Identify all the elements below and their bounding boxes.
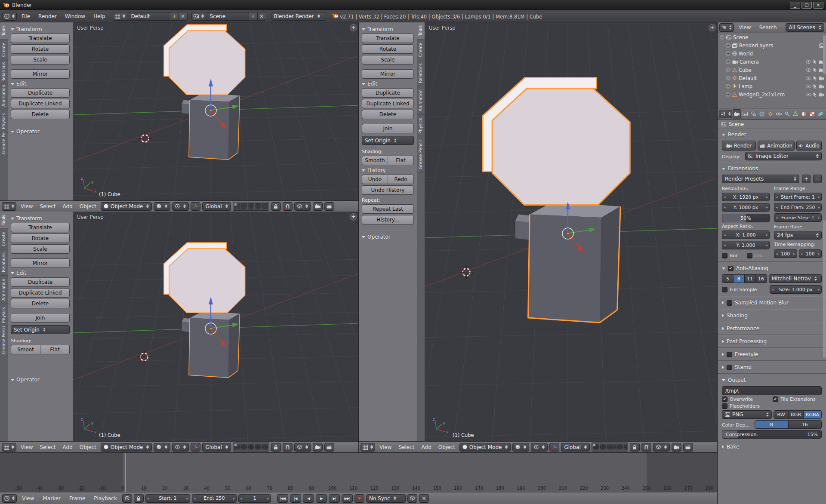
panel-header-history[interactable]: History bbox=[362, 167, 414, 173]
render-still-button[interactable] bbox=[672, 443, 681, 452]
properties-tab-world[interactable] bbox=[758, 109, 766, 119]
render-animation-button[interactable] bbox=[683, 443, 693, 452]
timeline-menu-view[interactable]: View bbox=[18, 495, 37, 502]
properties-tab-data[interactable] bbox=[792, 109, 800, 119]
sync-mode-select[interactable]: No Sync bbox=[366, 494, 406, 503]
render-audio-button[interactable]: Audio bbox=[796, 141, 822, 151]
undo-button[interactable]: Undo bbox=[362, 175, 388, 184]
scene-browse-button[interactable] bbox=[191, 12, 206, 21]
render-animation-button[interactable] bbox=[324, 443, 334, 452]
start-frame-field[interactable]: ◂Start Frame: 1▸ bbox=[774, 193, 822, 201]
tool-translate-button[interactable]: Translate bbox=[11, 223, 70, 232]
expand-toggle[interactable]: + bbox=[726, 92, 730, 97]
viewport-menu-object[interactable]: Object bbox=[436, 443, 458, 451]
panel-header-edit[interactable]: Edit bbox=[362, 81, 414, 87]
next-keyframe-button[interactable]: ▶| bbox=[329, 494, 340, 503]
prev-keyframe-button[interactable]: |◀ bbox=[290, 494, 301, 503]
properties-tab-render[interactable] bbox=[733, 109, 741, 119]
expand-toggle[interactable]: − bbox=[720, 35, 724, 40]
toolshelf-tab-physics[interactable]: Physics bbox=[417, 115, 425, 137]
channel-rgb-button[interactable]: RGB bbox=[789, 410, 804, 419]
toolshelf-tab-animation[interactable]: Animation bbox=[0, 85, 8, 110]
aspect-y-field[interactable]: ◂Y: 1.000▸ bbox=[722, 241, 770, 249]
mode-select[interactable]: Object Mode bbox=[459, 443, 511, 452]
lock-to-scene-button[interactable] bbox=[271, 443, 281, 452]
region-expand-icon[interactable]: + bbox=[350, 213, 357, 221]
anti-aliasing-enable-checkbox[interactable] bbox=[728, 266, 734, 271]
snap-element-select[interactable] bbox=[294, 443, 311, 452]
crop-checkbox[interactable] bbox=[747, 253, 752, 258]
viewport-bottom-left[interactable]: xyzUser Persp(1) Cube+ToolsCreateRelatio… bbox=[0, 212, 359, 452]
remap-new-field[interactable]: ◂100▸ bbox=[799, 249, 822, 258]
tool-delete-button[interactable]: Delete bbox=[11, 299, 70, 308]
outliner-menu-search[interactable]: Search bbox=[755, 24, 780, 31]
viewport-menu-object[interactable]: Object bbox=[77, 443, 99, 451]
set-origin-select[interactable]: Set Origin bbox=[362, 136, 414, 145]
layout-delete-button[interactable]: × bbox=[179, 12, 188, 21]
3d-view-canvas[interactable]: xyzUser Persp(1) Cube+ bbox=[425, 22, 717, 441]
panel-header-freestyle[interactable]: Freestyle bbox=[722, 350, 822, 359]
toolshelf-tab-physics[interactable]: Physics bbox=[0, 110, 8, 132]
properties-tab-physics[interactable] bbox=[817, 109, 825, 119]
panel-header-transform[interactable]: Transform bbox=[11, 215, 70, 221]
file-format-select[interactable]: PNG bbox=[722, 410, 772, 419]
lock-frame-button[interactable] bbox=[134, 494, 144, 503]
snap-element-select[interactable] bbox=[294, 202, 311, 211]
channel-bw-button[interactable]: BW bbox=[774, 410, 789, 419]
shade-smooth-button[interactable]: Smoot bbox=[11, 345, 40, 354]
play-button[interactable]: ▶ bbox=[316, 494, 327, 503]
outliner-scrollbar[interactable] bbox=[823, 35, 826, 74]
toolshelf-tab-grease-pencil[interactable]: Grease Pencil bbox=[417, 137, 425, 173]
panel-header-output[interactable]: Output bbox=[722, 375, 822, 385]
scene-delete-button[interactable]: × bbox=[258, 12, 266, 21]
panel-header-stamp[interactable]: Stamp bbox=[722, 363, 822, 372]
pivot-select[interactable] bbox=[531, 443, 548, 452]
properties-tab-scene[interactable] bbox=[749, 109, 758, 119]
file-extensions-checkbox[interactable] bbox=[773, 396, 778, 402]
auto-record-button[interactable] bbox=[354, 494, 364, 503]
layers-grid[interactable] bbox=[233, 202, 269, 211]
toolshelf-tab-tools[interactable]: Tools bbox=[0, 212, 8, 229]
aa-samples-5-button[interactable]: 5 bbox=[722, 274, 734, 283]
properties-tab-material[interactable] bbox=[800, 109, 808, 119]
viewport-menu-select[interactable]: Select bbox=[37, 443, 58, 451]
frame-rate-select[interactable]: 24 fps bbox=[774, 231, 822, 240]
toolshelf-tab-relations[interactable]: Relations bbox=[0, 249, 8, 276]
region-expand-icon[interactable]: + bbox=[350, 24, 357, 31]
snap-element-select[interactable] bbox=[653, 443, 670, 452]
3d-view-canvas[interactable]: xyzUser Persp(1) Cube+ bbox=[73, 22, 358, 200]
info-editor-button[interactable] bbox=[2, 12, 17, 21]
outliner-editor[interactable]: ViewSearchAll Scenes −Scene+RenderLayers… bbox=[718, 22, 826, 108]
tool-duplicate-linked-button[interactable]: Duplicate Linked bbox=[362, 99, 414, 108]
aspect-x-field[interactable]: ◂X: 1.000▸ bbox=[722, 230, 770, 239]
set-origin-select[interactable]: Set Origin bbox=[11, 325, 70, 334]
viewport-menu-object[interactable]: Object bbox=[77, 203, 99, 210]
scene-name-field[interactable]: Scene bbox=[206, 12, 249, 21]
editor-type-button[interactable] bbox=[2, 494, 17, 503]
toolshelf-tab-tools[interactable]: Tools bbox=[417, 22, 425, 40]
overwrite-checkbox[interactable] bbox=[722, 396, 727, 402]
start-frame-field[interactable]: ◂Start: 1▸ bbox=[145, 494, 190, 503]
render-engine-select[interactable]: Blender Render bbox=[271, 12, 326, 21]
properties-tab-modifiers[interactable] bbox=[783, 109, 791, 119]
display-select[interactable]: Image Editor bbox=[745, 152, 822, 160]
panel-header-sampled-motion-blur[interactable]: Sampled Motion Blur bbox=[722, 298, 822, 307]
resolution-y-field[interactable]: ◂Y: 1080 px▸ bbox=[722, 203, 770, 212]
expand-toggle[interactable]: + bbox=[726, 51, 730, 56]
mode-select[interactable]: Object Mode bbox=[101, 443, 152, 452]
snap-toggle-button[interactable] bbox=[641, 443, 651, 452]
history-menu-button[interactable]: History... bbox=[362, 215, 414, 224]
remap-old-field[interactable]: ◂100▸ bbox=[774, 249, 797, 258]
viewport-right[interactable]: xyzUser Persp(1) Cube+TransformTranslate… bbox=[359, 22, 717, 452]
play-reverse-button[interactable]: ◀ bbox=[303, 494, 314, 503]
render-presets-select[interactable]: Render Presets bbox=[722, 175, 799, 183]
jump-to-start-button[interactable]: |◀◀ bbox=[277, 494, 288, 503]
outliner-item-scene[interactable]: −Scene bbox=[718, 33, 826, 41]
orientation-select[interactable]: Global bbox=[202, 202, 231, 211]
orientation-select[interactable]: Global bbox=[202, 443, 231, 452]
panel-header-edit[interactable]: Edit bbox=[11, 81, 70, 87]
layers-grid[interactable] bbox=[592, 443, 628, 452]
render-still-button[interactable] bbox=[313, 202, 323, 211]
tool-delete-button[interactable]: Delete bbox=[362, 110, 414, 119]
panel-header-operator[interactable]: Operator bbox=[11, 377, 70, 383]
